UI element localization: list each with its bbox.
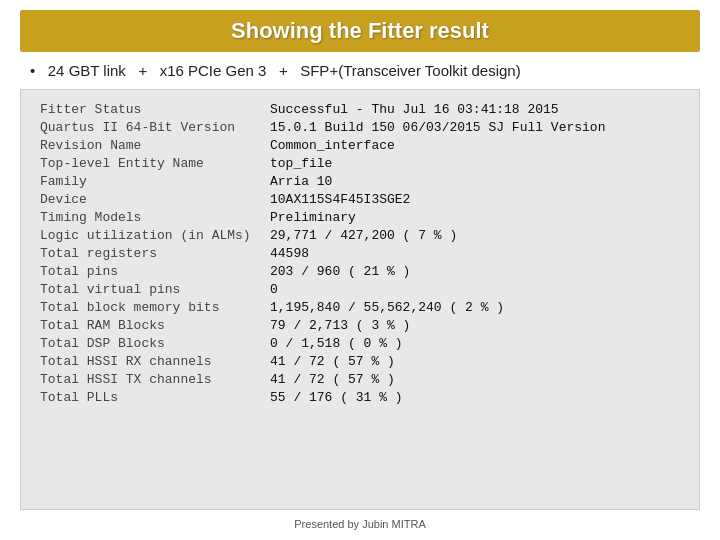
row-label: Revision Name <box>36 136 266 154</box>
row-value: top_file <box>266 154 684 172</box>
table-row: Total DSP Blocks0 / 1,518 ( 0 % ) <box>36 334 684 352</box>
table-row: Timing ModelsPreliminary <box>36 208 684 226</box>
row-value: 41 / 72 ( 57 % ) <box>266 352 684 370</box>
row-label: Total pins <box>36 262 266 280</box>
row-value: Arria 10 <box>266 172 684 190</box>
table-row: Device10AX115S4F45I3SGE2 <box>36 190 684 208</box>
table-row: Total HSSI TX channels41 / 72 ( 57 % ) <box>36 370 684 388</box>
row-label: Quartus II 64-Bit Version <box>36 118 266 136</box>
row-label: Timing Models <box>36 208 266 226</box>
row-value: 79 / 2,713 ( 3 % ) <box>266 316 684 334</box>
page-wrapper: Showing the Fitter result • 24 GBT link … <box>0 0 720 540</box>
row-value: 15.0.1 Build 150 06/03/2015 SJ Full Vers… <box>266 118 684 136</box>
row-value: 55 / 176 ( 31 % ) <box>266 388 684 406</box>
row-value: 44598 <box>266 244 684 262</box>
page-title: Showing the Fitter result <box>20 18 700 44</box>
spec1: x16 PCIe Gen 3 <box>160 62 267 79</box>
row-value: Common_interface <box>266 136 684 154</box>
row-label: Total virtual pins <box>36 280 266 298</box>
bullet: • <box>30 62 35 79</box>
subtitle-line: • 24 GBT link + x16 PCIe Gen 3 + SFP+(Tr… <box>20 62 521 79</box>
table-row: FamilyArria 10 <box>36 172 684 190</box>
row-value: 10AX115S4F45I3SGE2 <box>266 190 684 208</box>
row-value: 203 / 960 ( 21 % ) <box>266 262 684 280</box>
fitter-table-wrapper: Fitter StatusSuccessful - Thu Jul 16 03:… <box>20 89 700 510</box>
row-label: Device <box>36 190 266 208</box>
table-row: Revision NameCommon_interface <box>36 136 684 154</box>
row-label: Total DSP Blocks <box>36 334 266 352</box>
plus1: + <box>138 62 147 79</box>
row-value: 1,195,840 / 55,562,240 ( 2 % ) <box>266 298 684 316</box>
row-label: Total RAM Blocks <box>36 316 266 334</box>
row-value: 0 <box>266 280 684 298</box>
table-row: Total block memory bits1,195,840 / 55,56… <box>36 298 684 316</box>
row-value: 41 / 72 ( 57 % ) <box>266 370 684 388</box>
row-label: Total block memory bits <box>36 298 266 316</box>
row-value: 29,771 / 427,200 ( 7 % ) <box>266 226 684 244</box>
link-spec: 24 GBT link <box>48 62 126 79</box>
table-row: Total HSSI RX channels41 / 72 ( 57 % ) <box>36 352 684 370</box>
plus2: + <box>279 62 288 79</box>
row-label: Logic utilization (in ALMs) <box>36 226 266 244</box>
table-row: Logic utilization (in ALMs)29,771 / 427,… <box>36 226 684 244</box>
row-label: Family <box>36 172 266 190</box>
table-row: Total PLLs55 / 176 ( 31 % ) <box>36 388 684 406</box>
row-label: Total PLLs <box>36 388 266 406</box>
table-row: Quartus II 64-Bit Version15.0.1 Build 15… <box>36 118 684 136</box>
row-value: Preliminary <box>266 208 684 226</box>
table-row: Total RAM Blocks79 / 2,713 ( 3 % ) <box>36 316 684 334</box>
footer: Presented by Jubin MITRA <box>294 518 425 530</box>
row-value: 0 / 1,518 ( 0 % ) <box>266 334 684 352</box>
row-value: Successful - Thu Jul 16 03:41:18 2015 <box>266 100 684 118</box>
table-row: Total registers44598 <box>36 244 684 262</box>
title-bar: Showing the Fitter result <box>20 10 700 52</box>
row-label: Total registers <box>36 244 266 262</box>
row-label: Total HSSI TX channels <box>36 370 266 388</box>
spec2: SFP+(Transceiver Toolkit design) <box>300 62 521 79</box>
table-row: Fitter StatusSuccessful - Thu Jul 16 03:… <box>36 100 684 118</box>
table-row: Top-level Entity Nametop_file <box>36 154 684 172</box>
fitter-table: Fitter StatusSuccessful - Thu Jul 16 03:… <box>36 100 684 406</box>
table-row: Total pins203 / 960 ( 21 % ) <box>36 262 684 280</box>
table-row: Total virtual pins0 <box>36 280 684 298</box>
row-label: Total HSSI RX channels <box>36 352 266 370</box>
row-label: Top-level Entity Name <box>36 154 266 172</box>
row-label: Fitter Status <box>36 100 266 118</box>
